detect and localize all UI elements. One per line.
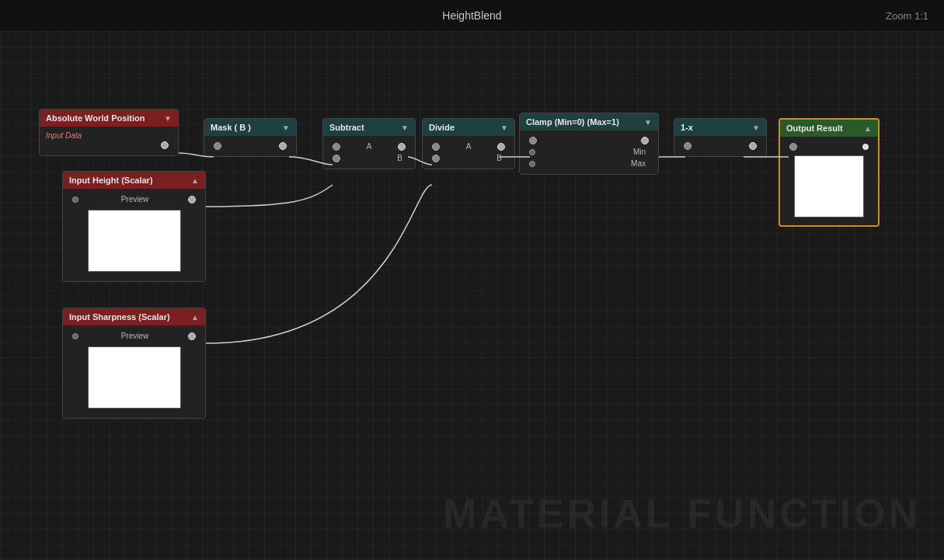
node-clamp-input-connector[interactable] <box>529 137 537 144</box>
node-output-arrow: ▲ <box>864 124 872 133</box>
node-awp-header[interactable]: Absolute World Position ▼ <box>40 110 178 127</box>
node-output-right-connector[interactable] <box>862 144 869 150</box>
node-mask-body <box>204 136 296 156</box>
node-oneminusx-output-connector[interactable] <box>749 142 757 150</box>
node-inputheight-header[interactable]: Input Height (Scalar) ▲ <box>63 172 205 189</box>
node-clamp-body: Min Max <box>520 130 658 174</box>
node-oneminusx-io-row <box>681 141 760 151</box>
node-output-result[interactable]: Output Result ▲ <box>779 118 880 227</box>
node-subtract-output-connector[interactable] <box>398 143 406 151</box>
node-inputsharpness-output-connector[interactable] <box>188 332 196 340</box>
node-clamp-min-row: Min <box>526 146 652 158</box>
node-inputheight-left-connector[interactable] <box>72 197 78 203</box>
node-inputsharpness-arrow: ▲ <box>191 313 199 322</box>
node-clamp-title: Clamp (Min=0) (Max=1) <box>526 117 619 127</box>
node-mask[interactable]: Mask ( B ) ▼ <box>204 118 297 157</box>
zoom-label: Zoom 1:1 <box>886 10 928 22</box>
node-subtract-a-connector[interactable] <box>333 143 340 151</box>
node-absolute-world-position[interactable]: Absolute World Position ▼ Input Data <box>39 109 179 156</box>
node-oneminusx-input-connector[interactable] <box>684 142 691 150</box>
node-divide-output-connector[interactable] <box>497 143 505 151</box>
node-inputsharpness-preview-label: Preview <box>121 332 149 340</box>
node-subtract-b-label: B <box>397 154 402 162</box>
node-subtract-a-label: A <box>367 142 372 151</box>
node-subtract-header[interactable]: Subtract ▼ <box>323 119 415 136</box>
node-inputheight-title: Input Height (Scalar) <box>69 176 153 185</box>
node-inputsharpness-preview-row: Preview <box>69 330 199 342</box>
node-clamp-max-label: Max <box>631 159 646 168</box>
node-oneminusx-header[interactable]: 1-x ▼ <box>674 119 766 136</box>
node-output-header[interactable]: Output Result ▲ <box>780 120 878 137</box>
node-clamp-max-connector[interactable] <box>529 161 535 167</box>
node-subtract-arrow: ▼ <box>401 123 409 132</box>
node-inputsharpness-left-connector[interactable] <box>72 333 78 339</box>
graph-title: HeightBlend <box>442 9 501 22</box>
node-oneminusx-title: 1-x <box>681 123 693 132</box>
node-output-title: Output Result <box>786 123 843 133</box>
node-output-input-connector[interactable] <box>789 143 797 151</box>
node-subtract-title: Subtract <box>329 123 364 132</box>
node-inputheight-body: Preview <box>63 189 205 281</box>
node-subtract-a-row: A <box>329 141 409 152</box>
node-clamp-arrow: ▼ <box>644 118 652 127</box>
node-inputsharpness-body: Preview <box>63 325 205 418</box>
node-mask-input-connector[interactable] <box>214 142 221 150</box>
node-divide-title: Divide <box>429 123 455 132</box>
node-inputheight-preview-label: Preview <box>121 195 149 203</box>
node-inputheight-arrow: ▲ <box>191 176 199 185</box>
node-mask-output-connector[interactable] <box>279 142 287 150</box>
node-clamp-main-row <box>526 135 652 146</box>
node-clamp-min-connector[interactable] <box>529 149 535 155</box>
node-inputheight-preview-row: Preview <box>69 193 199 205</box>
node-awp-output-row <box>46 140 172 151</box>
node-divide-a-row: A <box>429 141 508 152</box>
node-inputsharpness-header[interactable]: Input Sharpness (Scalar) ▲ <box>63 308 205 325</box>
node-inputheight-preview-image <box>88 210 181 272</box>
node-subtract-b-row: B <box>329 152 409 164</box>
node-clamp-min-label: Min <box>633 148 646 156</box>
node-inputsharpness-title: Input Sharpness (Scalar) <box>69 312 170 322</box>
node-subtract[interactable]: Subtract ▼ A B <box>322 118 416 169</box>
node-one-minus-x[interactable]: 1-x ▼ <box>674 118 767 157</box>
node-input-height[interactable]: Input Height (Scalar) ▲ Preview <box>62 171 206 282</box>
node-clamp[interactable]: Clamp (Min=0) (Max=1) ▼ Min Max <box>519 113 659 175</box>
node-divide[interactable]: Divide ▼ A B <box>422 118 515 169</box>
node-divide-b-connector[interactable] <box>432 155 440 162</box>
node-divide-a-label: A <box>466 142 472 151</box>
node-divide-b-label: B <box>496 154 502 162</box>
node-mask-arrow: ▼ <box>282 123 290 132</box>
node-mask-io-row <box>211 141 290 151</box>
top-bar: HeightBlend Zoom 1:1 <box>0 0 944 31</box>
node-divide-arrow: ▼ <box>500 123 508 132</box>
node-divide-b-row: B <box>429 152 508 164</box>
node-mask-title: Mask ( B ) <box>211 123 251 132</box>
node-output-preview <box>794 155 864 217</box>
node-clamp-header[interactable]: Clamp (Min=0) (Max=1) ▼ <box>520 113 658 130</box>
node-oneminusx-body <box>674 136 766 156</box>
node-inputsharpness-preview-image <box>88 346 181 409</box>
node-awp-arrow: ▼ <box>164 114 172 123</box>
node-subtract-body: A B <box>323 136 415 169</box>
node-mask-header[interactable]: Mask ( B ) ▼ <box>204 119 296 136</box>
node-awp-body: Input Data <box>40 127 178 155</box>
node-awp-title: Absolute World Position <box>46 113 145 123</box>
node-inputheight-output-connector[interactable] <box>188 196 196 203</box>
node-divide-body: A B <box>423 136 514 169</box>
node-divide-a-connector[interactable] <box>432 143 440 151</box>
node-awp-output-connector[interactable] <box>161 141 169 149</box>
node-input-sharpness[interactable]: Input Sharpness (Scalar) ▲ Preview <box>62 308 206 419</box>
node-divide-header[interactable]: Divide ▼ <box>423 119 514 136</box>
node-clamp-output-connector[interactable] <box>641 137 649 144</box>
node-awp-subtitle: Input Data <box>46 131 172 140</box>
node-subtract-b-connector[interactable] <box>333 155 340 162</box>
node-output-io-row <box>786 141 872 152</box>
node-oneminusx-arrow: ▼ <box>752 123 760 132</box>
node-clamp-max-row: Max <box>526 158 652 169</box>
node-output-body <box>780 137 878 225</box>
